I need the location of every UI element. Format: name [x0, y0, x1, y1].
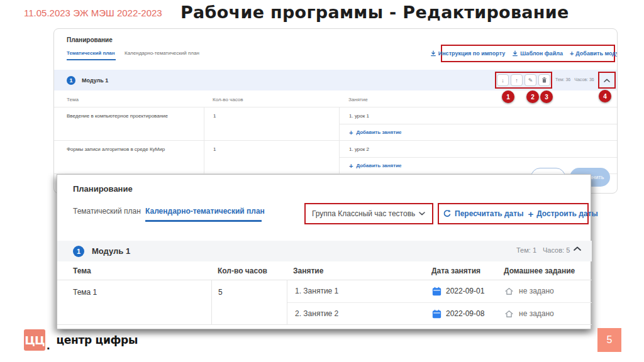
table-header-row: Тема Кол-во часов Занятие Дата занятия Д… — [57, 261, 592, 280]
lessons-cell: 1. Занятие 1 2022-09-01 не задано 2. Зан… — [287, 280, 592, 324]
table-row: Введение в компьютерное проектирование 1… — [54, 107, 618, 141]
logo-badge: ЦЦ — [24, 329, 45, 351]
module-number-badge: 1 — [67, 76, 75, 85]
arrow-down-icon: ↓ — [501, 77, 504, 84]
date-label: 11.05.2023 ЭЖ МЭШ 2022-2023 — [24, 8, 162, 18]
homework-status: не задано — [519, 309, 554, 318]
table-header-row: Тема Кол-во часов Занятие — [54, 92, 618, 107]
hours-cell: 1 — [204, 141, 339, 173]
column-lesson: Занятие — [293, 266, 323, 275]
topic-cell: Тема 1 — [57, 280, 211, 324]
extend-dates-label: Достроить даты — [536, 209, 597, 218]
import-instruction-link[interactable]: Инструкция по импорту — [430, 50, 506, 57]
recalculate-dates-button[interactable]: Пересчитать даты — [443, 209, 523, 218]
lesson-item[interactable]: 1. урок 2 — [340, 141, 618, 157]
topic-cell: Введение в компьютерное проектирование — [54, 107, 204, 140]
lesson-item: 2. Занятие 2 2022-09-08 не задано — [287, 302, 592, 324]
table-row: Формы записи алгоритмов в среде КуМир 1 … — [54, 141, 618, 174]
collapse-annotation-box — [598, 72, 616, 89]
group-dropdown-label: Группа Классный час тестовь — [312, 209, 415, 218]
home-icon — [504, 309, 514, 319]
chevron-up-icon — [573, 246, 582, 251]
arrow-up-icon: ↑ — [515, 77, 518, 84]
column-hours: Кол-во часов — [211, 266, 287, 275]
hours-count: Часов: 5 — [543, 246, 570, 254]
lesson-date[interactable]: 2022-09-01 — [446, 287, 484, 295]
lesson-item[interactable]: 1. урок 1 — [340, 107, 618, 124]
logo-dot: . — [47, 341, 50, 349]
column-homework: Домашнее задание — [504, 266, 575, 275]
column-topic: Тема — [57, 266, 211, 275]
home-icon — [504, 287, 514, 296]
slide: 11.05.2023 ЭЖ МЭШ 2022-2023 Рабочие прог… — [0, 0, 644, 362]
page-title: Рабочие программы - Редактирование — [180, 3, 569, 22]
add-lesson-row: + Добавить занятие — [340, 124, 618, 140]
active-tab-underline — [67, 59, 116, 60]
group-dropdown[interactable]: Группа Классный час тестовь — [304, 203, 433, 224]
add-lesson-button[interactable]: + Добавить занятие — [349, 129, 402, 136]
file-template-link[interactable]: Шаблон файла — [512, 50, 563, 57]
add-lesson-label: Добавить занятие — [356, 129, 401, 135]
planning-heading: Планирование — [73, 184, 133, 194]
table-row: Тема 1 5 1. Занятие 1 2022-09-01 не зада… — [57, 280, 592, 325]
refresh-icon — [443, 209, 452, 218]
collapse-module-control[interactable] — [573, 246, 582, 251]
add-lesson-label: Добавить занятие — [356, 163, 401, 168]
lesson-name[interactable]: 1. Занятие 1 — [295, 287, 338, 295]
plus-icon: + — [570, 50, 574, 57]
module-number-badge: 1 — [73, 246, 84, 257]
hours-count: Часов: 36 — [574, 77, 594, 82]
column-topic: Тема — [54, 97, 204, 102]
import-instruction-label: Инструкция по импорту — [438, 50, 506, 57]
add-module-label: Добавить модуль — [575, 50, 618, 57]
move-module-up-button[interactable]: ↑ — [511, 74, 523, 86]
tab-thematic-plan[interactable]: Тематический план — [73, 207, 141, 216]
download-icon — [430, 50, 436, 57]
calendar-plan-table: Тема Кол-во часов Занятие Дата занятия Д… — [57, 261, 592, 325]
add-lesson-button[interactable]: + Добавить занятие — [349, 162, 402, 170]
lesson-columns-group: Занятие Дата занятия Домашнее задание — [287, 261, 592, 280]
hours-cell: 5 — [211, 280, 287, 324]
logo-name: центр цифры — [57, 334, 138, 346]
active-tab-underline — [145, 220, 262, 222]
lessons-cell: 1. урок 1 + Добавить занятие — [339, 107, 618, 140]
chevron-down-icon — [418, 211, 426, 216]
edit-module-button[interactable]: ✎ — [525, 74, 536, 86]
lesson-item: 1. Занятие 1 2022-09-01 не задано — [287, 280, 592, 302]
hours-cell: 1 — [204, 107, 339, 140]
screenshot-calendar-plan: Планирование Тематический план Календарн… — [57, 174, 591, 329]
topics-count: Тем: 1 — [516, 246, 536, 254]
module-title: Модуль 1 — [82, 77, 108, 84]
homework-status: не задано — [519, 287, 554, 295]
module-actions-annotation-box: ↓ ↑ ✎ — [495, 72, 552, 89]
tab-calendar-plan[interactable]: Календарно-тематический план — [145, 207, 265, 216]
import-toolbar-annotation-box: Инструкция по импорту Шаблон файла + Доб… — [441, 45, 615, 62]
column-date: Дата занятия — [431, 266, 480, 275]
column-hours: Кол-во часов — [204, 97, 339, 102]
tab-thematic-plan[interactable]: Тематический план — [67, 50, 115, 56]
extend-dates-button[interactable]: + Достроить даты — [528, 209, 597, 219]
delete-module-button[interactable] — [538, 74, 550, 86]
module-header-bar[interactable]: 1 Модуль 1 — [57, 241, 592, 261]
module-title: Модуль 1 — [92, 246, 130, 256]
company-logo: ЦЦ . центр цифры — [24, 329, 138, 351]
chevron-up-icon[interactable] — [603, 78, 611, 83]
move-module-down-button[interactable]: ↓ — [497, 74, 509, 86]
lesson-name[interactable]: 2. Занятие 2 — [295, 309, 338, 318]
lesson-date[interactable]: 2022-09-08 — [446, 309, 484, 318]
screenshot-thematic-plan: Планирование Тематический план Календарн… — [53, 28, 618, 194]
planning-heading: Планирование — [67, 36, 113, 43]
trash-icon — [541, 77, 548, 84]
calendar-icon[interactable] — [432, 309, 441, 319]
dates-actions-annotation-box: Пересчитать даты + Достроить даты — [438, 203, 589, 224]
calendar-icon[interactable] — [432, 287, 441, 296]
column-lesson: Занятие — [339, 97, 618, 102]
module-stats: Тем: 36 Часов: 36 — [555, 77, 594, 82]
plus-icon: + — [528, 209, 533, 219]
topics-count: Тем: 36 — [555, 77, 570, 82]
topic-cell: Формы записи алгоритмов в среде КуМир — [54, 141, 204, 173]
module-stats: Тем: 1 Часов: 5 — [516, 246, 570, 254]
file-template-label: Шаблон файла — [520, 50, 563, 57]
tab-calendar-plan[interactable]: Календарно-тематический план — [125, 50, 199, 56]
add-module-button[interactable]: + Добавить модуль — [570, 50, 618, 57]
